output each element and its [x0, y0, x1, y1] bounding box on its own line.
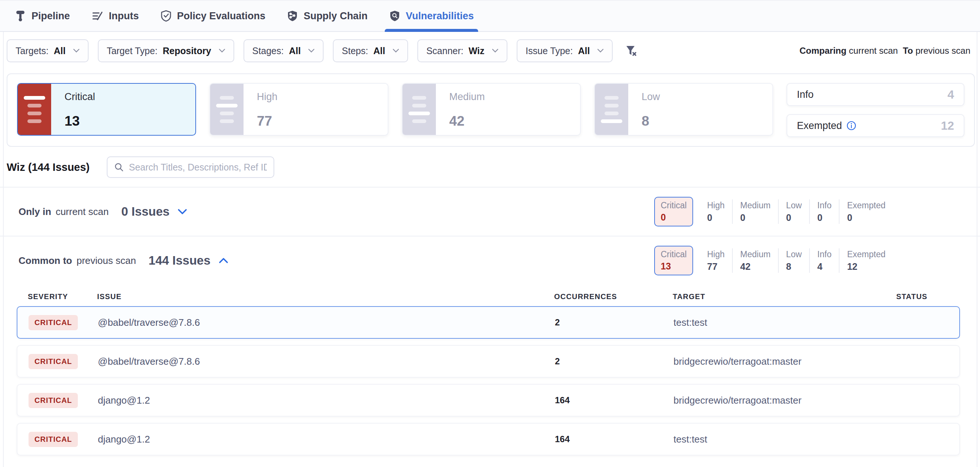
filter-target-type[interactable]: Target Type: Repository [98, 39, 234, 62]
severity-card-label: High [257, 91, 388, 103]
severity-card-critical[interactable]: Critical 13 [17, 83, 196, 136]
filter-issue-type[interactable]: Issue Type: All [517, 39, 612, 62]
comparing-previous: previous scan [915, 46, 970, 56]
chevron-down-icon [597, 49, 604, 53]
section-only-in-current-scan: Only in current scan 0 Issues Critical 0… [0, 187, 980, 236]
info-icon[interactable] [846, 121, 856, 130]
search-input[interactable] [129, 162, 267, 173]
comparing-label: Comparing current scan To previous scan [800, 46, 970, 56]
tab-label: Supply Chain [304, 10, 368, 22]
severity-badge: CRITICAL [29, 354, 78, 369]
table-row[interactable]: CRITICAL django@1.2 164 bridgecrewio/ter… [17, 384, 960, 416]
severity-level-icon [402, 84, 436, 135]
severity-card-high[interactable]: High 77 [209, 83, 388, 136]
severity-count-low[interactable]: Low 8 [778, 248, 809, 273]
severity-count-medium[interactable]: Medium 0 [732, 199, 778, 224]
target-cell: bridgecrewio/terragoat:master [673, 356, 864, 367]
tab-vulnerabilities[interactable]: Vulnerabilities [389, 1, 474, 31]
severity-card-label: Low [641, 91, 772, 103]
column-header-occurrences: OCCURRENCES [554, 292, 673, 301]
search-icon [114, 162, 124, 172]
filter-value: All [54, 46, 65, 56]
severity-card-info[interactable]: Info 4 [786, 83, 964, 106]
inputs-icon [92, 10, 103, 22]
tab-label: Vulnerabilities [406, 10, 474, 22]
chevron-down-icon [492, 49, 498, 53]
occurrences-cell: 164 [555, 395, 673, 405]
severity-count-high[interactable]: High 77 [700, 248, 732, 273]
filter-label: Targets: [16, 46, 49, 56]
tab-label: Inputs [109, 10, 139, 22]
tab-pipeline[interactable]: Pipeline [15, 1, 70, 31]
severity-card-count: 13 [65, 113, 195, 129]
clear-filters-icon[interactable] [624, 44, 638, 57]
comparing-to: To [903, 46, 913, 56]
section-issue-count[interactable]: 144 Issues [149, 254, 210, 268]
severity-badge: CRITICAL [29, 315, 78, 330]
section-scope: previous scan [76, 255, 136, 267]
column-header-status: STATUS [864, 292, 960, 301]
severity-count-low[interactable]: Low 0 [778, 199, 809, 224]
filter-steps[interactable]: Steps: All [333, 39, 408, 62]
severity-count-exempted[interactable]: Exempted 0 [839, 199, 893, 224]
chevron-down-icon[interactable] [178, 209, 187, 214]
supply-chain-icon [287, 10, 298, 22]
issue-cell: django@1.2 [98, 395, 555, 406]
severity-count-exempted[interactable]: Exempted 12 [839, 248, 893, 273]
filter-value: All [578, 46, 590, 56]
side-card-label: Exempted [797, 120, 842, 132]
tab-policy-evaluations[interactable]: Policy Evaluations [161, 1, 266, 31]
policy-evaluations-icon [161, 10, 172, 22]
chevron-down-icon [308, 49, 315, 53]
filter-value: All [289, 46, 301, 56]
severity-card-count: 42 [449, 113, 580, 129]
severity-level-icon [18, 84, 51, 135]
severity-card-low[interactable]: Low 8 [594, 83, 773, 136]
filter-targets[interactable]: Targets: All [7, 39, 89, 62]
filter-row: Targets: All Target Type: Repository Sta… [0, 32, 980, 68]
severity-card-exempted[interactable]: Exempted 12 [786, 114, 964, 137]
severity-card-medium[interactable]: Medium 42 [402, 83, 581, 136]
severity-level-icon [210, 84, 243, 135]
severity-badge: CRITICAL [29, 432, 78, 447]
pipeline-tabbar: Pipeline Inputs Policy Evaluations Suppl… [0, 0, 980, 32]
severity-count-medium[interactable]: Medium 42 [732, 248, 778, 273]
severity-count-critical[interactable]: Critical 0 [654, 197, 693, 226]
tab-label: Pipeline [32, 10, 70, 22]
section-prefix: Only in [19, 206, 51, 218]
issue-cell: @babel/traverse@7.8.6 [98, 356, 555, 367]
side-card-label: Info [797, 89, 814, 100]
severity-card-count: 77 [257, 113, 388, 129]
issues-table: SEVERITY ISSUE OCCURRENCES TARGET STATUS… [0, 284, 980, 456]
severity-count-critical[interactable]: Critical 13 [654, 246, 693, 275]
scanner-row: Wiz (144 Issues) [0, 147, 980, 187]
tab-supply-chain[interactable]: Supply Chain [287, 1, 368, 31]
severity-count-info[interactable]: Info 0 [809, 199, 839, 224]
chevron-up-icon[interactable] [219, 257, 228, 264]
filter-value: Repository [163, 46, 211, 56]
filter-scanner[interactable]: Scanner: Wiz [417, 39, 508, 62]
severity-level-icon [595, 84, 628, 135]
severity-count-high[interactable]: High 0 [700, 199, 732, 224]
tab-inputs[interactable]: Inputs [92, 1, 139, 31]
severity-count-info[interactable]: Info 4 [809, 248, 839, 273]
chevron-down-icon [73, 49, 80, 53]
table-row[interactable]: CRITICAL @babel/traverse@7.8.6 2 test:te… [17, 306, 960, 339]
chevron-down-icon [393, 49, 399, 53]
table-row[interactable]: CRITICAL django@1.2 164 test:test [17, 423, 960, 456]
comparing-bold: Comparing [800, 46, 846, 56]
target-cell: test:test [673, 317, 864, 328]
section-issue-count[interactable]: 0 Issues [121, 205, 169, 219]
occurrences-cell: 164 [555, 434, 673, 445]
table-row[interactable]: CRITICAL @babel/traverse@7.8.6 2 bridgec… [17, 345, 960, 378]
section-prefix: Common to [19, 255, 72, 267]
column-header-severity: SEVERITY [17, 292, 97, 301]
comparing-current: current scan [849, 46, 898, 56]
table-header: SEVERITY ISSUE OCCURRENCES TARGET STATUS [17, 287, 960, 306]
pipeline-icon [15, 10, 26, 22]
target-cell: test:test [673, 434, 864, 445]
filter-value: All [373, 46, 385, 56]
filter-stages[interactable]: Stages: All [243, 39, 324, 62]
target-cell: bridgecrewio/terragoat:master [673, 395, 864, 406]
vulnerabilities-content: Targets: All Target Type: Repository Sta… [0, 32, 980, 467]
